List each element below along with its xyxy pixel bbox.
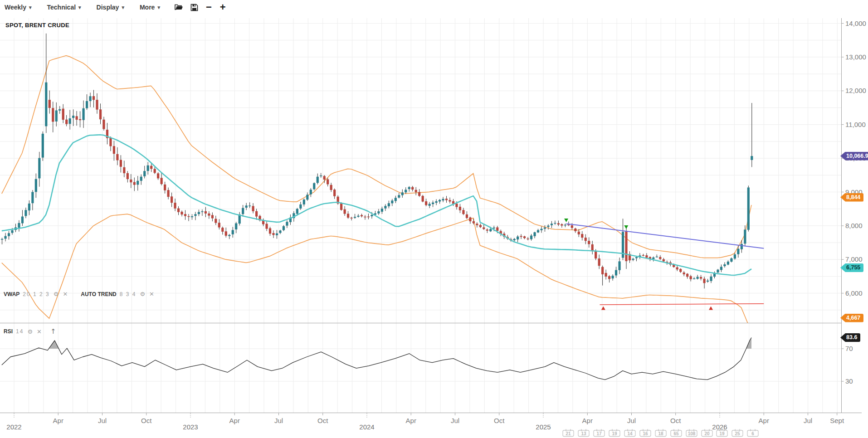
rsi-indicator-label: RSI [4, 328, 13, 335]
auto-trend-indicator-label: AUTO TREND [81, 291, 116, 297]
rsi-indicator-params: 14 [16, 328, 24, 335]
rsi-settings-gear-icon[interactable]: ⚙ [27, 328, 33, 335]
save-button[interactable] [187, 2, 202, 13]
technical-menu[interactable]: Technical ▾ [43, 2, 86, 13]
chevron-down-icon: ▾ [157, 5, 160, 10]
save-icon [190, 4, 198, 11]
price-indicator-legend: VWAP 20 1 2 3 ⚙ ✕ AUTO TREND 8 3 4 ⚙ ✕ [4, 291, 155, 297]
svg-text:25: 25 [735, 431, 740, 436]
candlestick-series [1, 34, 753, 288]
vwap-remove-icon[interactable]: ✕ [62, 291, 68, 297]
display-menu[interactable]: Display ▾ [92, 2, 129, 13]
svg-text:Apr: Apr [759, 417, 769, 424]
svg-text:108: 108 [688, 431, 696, 436]
zoom-out-button[interactable]: − [202, 3, 216, 11]
svg-text:Apr: Apr [229, 417, 240, 424]
grid-layer [0, 18, 842, 413]
svg-text:13,000: 13,000 [845, 53, 866, 61]
svg-text:6,000: 6,000 [845, 289, 863, 297]
svg-text:Jul: Jul [627, 417, 636, 424]
svg-text:8,000: 8,000 [845, 222, 863, 229]
vwap-indicator-params: 20 1 2 3 [23, 291, 49, 297]
chevron-down-icon: ▾ [29, 5, 32, 10]
vwap-settings-gear-icon[interactable]: ⚙ [53, 291, 59, 297]
auto-trend-settings-gear-icon[interactable]: ⚙ [139, 291, 146, 297]
svg-text:21: 21 [566, 431, 571, 436]
svg-text:Jul: Jul [451, 417, 459, 424]
rsi-indicator-legend: RSI 14 ⚙ ✕ ↑ [4, 327, 57, 336]
more-menu[interactable]: More ▾ [135, 2, 165, 13]
display-menu-label: Display [97, 4, 119, 11]
svg-text:Jul: Jul [98, 417, 107, 424]
zoom-in-button[interactable]: + [216, 3, 230, 11]
timeframe-menu-label: Weekly [5, 4, 26, 11]
svg-text:Oct: Oct [141, 417, 152, 424]
svg-text:Oct: Oct [670, 417, 681, 424]
svg-text:13: 13 [581, 431, 586, 436]
svg-text:7,000: 7,000 [845, 255, 863, 263]
open-folder-button[interactable] [171, 2, 187, 12]
chart-canvas[interactable]: 14,00013,00012,00011,00010,0009,0008,000… [0, 15, 868, 438]
timeframe-menu[interactable]: Weekly ▾ [0, 2, 36, 13]
svg-text:2023: 2023 [183, 423, 198, 431]
svg-text:19: 19 [612, 431, 617, 436]
svg-text:Jul: Jul [804, 417, 812, 424]
vwap-indicator-label: VWAP [4, 291, 20, 297]
symbol-title: SPOT, BRENT CRUDE [5, 22, 69, 29]
auto-trend-indicator-params: 8 3 4 [120, 291, 137, 297]
charting-app: Weekly ▾ Technical ▾ Display ▾ More ▾ [0, 0, 868, 438]
chevron-down-icon: ▾ [122, 5, 124, 10]
auto-trend-lines [566, 224, 764, 305]
svg-text:2022: 2022 [6, 423, 21, 431]
auto-trend-remove-icon[interactable]: ✕ [149, 291, 155, 297]
technical-menu-label: Technical [47, 4, 76, 11]
svg-text:Oct: Oct [494, 417, 505, 424]
svg-text:2025: 2025 [536, 423, 551, 431]
svg-text:30: 30 [845, 377, 853, 385]
svg-text:16: 16 [643, 431, 648, 436]
svg-text:11,000: 11,000 [845, 121, 866, 128]
last-price-badge: 10,066.94 [840, 152, 868, 161]
more-menu-label: More [140, 4, 155, 11]
svg-text:6: 6 [751, 431, 754, 436]
svg-text:Oct: Oct [317, 417, 328, 424]
chevron-down-icon: ▾ [78, 5, 81, 10]
svg-text:12,000: 12,000 [845, 87, 866, 94]
svg-text:14: 14 [627, 431, 633, 436]
svg-text:Apr: Apr [582, 417, 593, 424]
svg-text:2024: 2024 [359, 423, 374, 431]
svg-text:70: 70 [845, 345, 853, 352]
rsi-move-up-icon[interactable]: ↑ [50, 327, 57, 336]
rsi-pane [2, 338, 751, 380]
svg-text:65: 65 [673, 431, 679, 436]
svg-text:17: 17 [596, 431, 602, 436]
open-folder-icon [175, 4, 183, 11]
svg-text:20: 20 [704, 431, 710, 436]
svg-text:18: 18 [658, 431, 663, 436]
svg-text:14,000: 14,000 [845, 19, 866, 27]
axes: 14,00013,00012,00011,00010,0009,0008,000… [0, 18, 866, 437]
svg-text:Apr: Apr [53, 417, 63, 424]
rsi-remove-icon[interactable]: ✕ [36, 328, 42, 335]
svg-text:Apr: Apr [406, 417, 416, 424]
svg-text:Jul: Jul [274, 417, 283, 424]
svg-text:Sept: Sept [830, 417, 844, 424]
chart-area: 14,00013,00012,00011,00010,0009,0008,000… [0, 15, 868, 438]
toolbar: Weekly ▾ Technical ▾ Display ▾ More ▾ [0, 0, 868, 15]
svg-text:19: 19 [719, 431, 725, 436]
